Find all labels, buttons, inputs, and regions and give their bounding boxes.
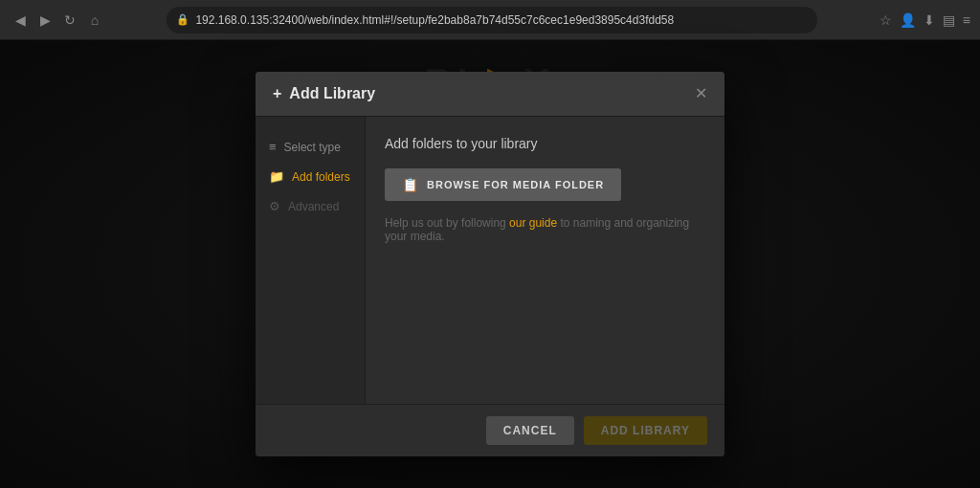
library-button[interactable]: ▤: [943, 12, 955, 28]
modal-close-button[interactable]: ✕: [695, 86, 707, 101]
modal-header: + Add Library ✕: [256, 72, 724, 117]
browser-chrome: ◀ ▶ ↻ ⌂ 🔒 192.168.0.135:32400/web/index.…: [0, 0, 980, 40]
forward-button[interactable]: ▶: [34, 10, 56, 31]
bookmark-button[interactable]: ☆: [880, 12, 892, 28]
menu-button[interactable]: ≡: [963, 12, 970, 28]
gear-icon: ⚙: [269, 199, 280, 213]
modal-title: + Add Library: [273, 85, 375, 102]
sidebar-item-select-type-label: Select type: [284, 141, 341, 154]
list-icon: ≡: [269, 140, 277, 154]
our-guide-link[interactable]: our guide: [509, 216, 557, 230]
sidebar-item-select-type[interactable]: ≡ Select type: [256, 132, 365, 162]
modal-footer: CANCEL ADD LIBRARY: [256, 404, 724, 456]
url-text: 192.168.0.135:32400/web/index.html#!/set…: [195, 13, 808, 27]
modal-overlay: + Add Library ✕ ≡ Select type 📁 Add fold…: [0, 40, 980, 488]
sidebar-item-add-folders-label: Add folders: [292, 170, 350, 184]
download-button[interactable]: ⬇: [924, 12, 935, 28]
browser-nav-buttons: ◀ ▶ ↻ ⌂: [10, 10, 105, 31]
modal-sidebar: ≡ Select type 📁 Add folders ⚙ Advanced: [256, 117, 366, 404]
sidebar-item-advanced-label: Advanced: [288, 200, 339, 213]
help-text-before: Help us out by following: [385, 216, 509, 230]
add-library-modal: + Add Library ✕ ≡ Select type 📁 Add fold…: [256, 72, 724, 456]
browse-for-media-folder-button[interactable]: 📋 BROWSE FOR MEDIA FOLDER: [385, 168, 621, 201]
back-button[interactable]: ◀: [10, 10, 31, 31]
browser-actions: ☆ 👤 ⬇ ▤ ≡: [880, 12, 970, 28]
address-bar[interactable]: 🔒 192.168.0.135:32400/web/index.html#!/s…: [167, 7, 817, 33]
home-button[interactable]: ⌂: [84, 10, 105, 31]
browse-button-label: BROWSE FOR MEDIA FOLDER: [427, 179, 604, 190]
content-title: Add folders to your library: [385, 136, 705, 151]
folder-icon: 📁: [269, 169, 284, 184]
sidebar-item-advanced[interactable]: ⚙ Advanced: [256, 191, 365, 221]
sidebar-item-add-folders[interactable]: 📁 Add folders: [256, 162, 365, 191]
page-background: PL▶X + Add Library ✕ ≡ Select type: [0, 40, 980, 488]
modal-title-plus: +: [273, 85, 281, 102]
modal-title-text: Add Library: [289, 85, 375, 102]
profile-button[interactable]: 👤: [900, 12, 916, 28]
secure-icon: 🔒: [176, 13, 189, 26]
help-text: Help us out by following our guide to na…: [385, 216, 705, 243]
modal-body: ≡ Select type 📁 Add folders ⚙ Advanced A…: [256, 117, 724, 404]
browse-folder-icon: 📋: [402, 177, 419, 192]
cancel-button[interactable]: CANCEL: [486, 416, 574, 445]
refresh-button[interactable]: ↻: [59, 10, 80, 31]
modal-main-content: Add folders to your library 📋 BROWSE FOR…: [366, 117, 724, 404]
add-library-button[interactable]: ADD LIBRARY: [584, 416, 707, 445]
